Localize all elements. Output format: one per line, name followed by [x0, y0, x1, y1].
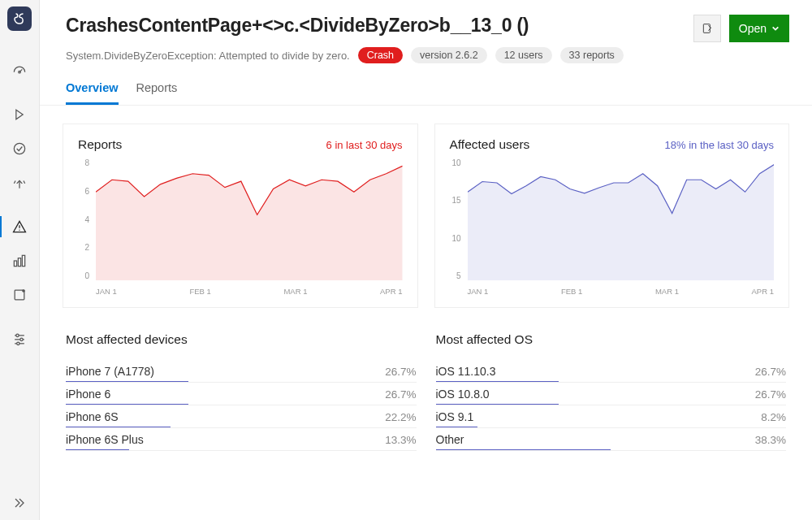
nav-settings[interactable]	[0, 322, 39, 356]
panel-users-title: Affected users	[450, 137, 530, 152]
svg-rect-5	[14, 261, 16, 266]
left-nav-rail	[0, 0, 39, 520]
os-title: Most affected OS	[436, 332, 787, 347]
os-name: Other	[436, 433, 464, 446]
page-title: CrashesContentPage+<>c.<DivideByZero>b__…	[66, 15, 684, 37]
tabs: Overview Reports	[40, 63, 812, 106]
panel-reports: Reports 6 in last 30 days 86420 JAN 1FEB…	[63, 124, 418, 308]
os-pct: 26.7%	[755, 388, 786, 401]
panel-reports-meta: 6 in last 30 days	[326, 139, 403, 151]
os-pct: 38.3%	[755, 434, 786, 446]
exception-subtitle: System.DivideByZeroException: Attempted …	[66, 50, 350, 62]
device-row[interactable]: iPhone 7 (A1778) 26.7%	[66, 360, 417, 383]
os-pct: 26.7%	[755, 366, 786, 378]
device-pct: 13.3%	[385, 434, 416, 446]
svg-marker-1	[16, 110, 23, 119]
svg-point-11	[16, 334, 19, 336]
tab-overview[interactable]: Overview	[66, 81, 119, 105]
svg-point-9	[22, 289, 25, 292]
users-x-axis: JAN 1FEB 1MAR 1APR 1	[468, 287, 775, 296]
main-content: CrashesContentPage+<>c.<DivideByZero>b__…	[39, 0, 812, 520]
os-row[interactable]: iOS 11.10.3 26.7%	[436, 360, 787, 383]
nav-analytics[interactable]	[0, 244, 39, 278]
panel-users-meta: 18% in the last 30 days	[665, 139, 774, 151]
device-name: iPhone 6	[66, 388, 110, 401]
panel-reports-title: Reports	[78, 137, 122, 152]
os-pct: 8.2%	[761, 411, 786, 423]
device-pct: 26.7%	[385, 366, 416, 378]
svg-point-13	[20, 338, 23, 340]
device-row[interactable]: iPhone 6S 22.2%	[66, 405, 417, 428]
device-row[interactable]: iPhone 6 26.7%	[66, 383, 417, 405]
os-name: iOS 11.10.3	[436, 365, 496, 378]
tab-reports[interactable]: Reports	[136, 81, 178, 105]
pill-users: 12 users	[495, 47, 552, 63]
reports-x-axis: JAN 1FEB 1MAR 1APR 1	[96, 287, 403, 296]
users-chart	[468, 158, 775, 280]
nav-collapse[interactable]	[0, 486, 39, 520]
device-pct: 26.7%	[385, 388, 416, 401]
most-affected-os: Most affected OS iOS 11.10.3 26.7% iOS 1…	[436, 332, 787, 451]
device-row[interactable]: iPhone 6S Plus 13.3%	[66, 428, 417, 451]
nav-distribute[interactable]	[0, 98, 39, 132]
os-row[interactable]: Other 38.3%	[436, 428, 787, 451]
device-name: iPhone 6S	[66, 410, 119, 423]
svg-rect-7	[22, 255, 24, 266]
most-affected-devices: Most affected devices iPhone 7 (A1778) 2…	[66, 332, 417, 451]
status-open-label: Open	[739, 22, 767, 35]
reports-chart	[96, 158, 403, 280]
os-row[interactable]: iOS 10.8.0 26.7%	[436, 383, 787, 405]
page-header: CrashesContentPage+<>c.<DivideByZero>b__…	[40, 0, 812, 63]
nav-test[interactable]	[0, 132, 39, 166]
pill-reports: 33 reports	[560, 47, 624, 63]
status-open-button[interactable]: Open	[729, 15, 789, 42]
nav-push[interactable]	[0, 166, 39, 200]
svg-rect-6	[18, 258, 20, 266]
nav-events[interactable]	[0, 278, 39, 312]
devices-title: Most affected devices	[66, 332, 417, 347]
svg-point-4	[19, 230, 19, 231]
os-row[interactable]: iOS 9.1 8.2%	[436, 405, 787, 428]
nav-dashboard[interactable]	[0, 54, 39, 88]
os-name: iOS 10.8.0	[436, 388, 490, 401]
device-name: iPhone 7 (A1778)	[66, 365, 154, 378]
device-name: iPhone 6S Plus	[66, 433, 144, 446]
users-y-axis: 1015105	[450, 158, 468, 280]
pill-crash: Crash	[358, 47, 403, 63]
device-pct: 22.2%	[385, 411, 416, 423]
annotate-button[interactable]	[693, 15, 721, 42]
app-logo[interactable]	[7, 6, 32, 31]
panel-affected-users: Affected users 18% in the last 30 days 1…	[434, 124, 790, 308]
pill-version: version 2.6.2	[411, 47, 487, 63]
svg-point-15	[17, 342, 19, 344]
reports-y-axis: 86420	[78, 158, 96, 280]
svg-point-2	[14, 143, 24, 154]
chevron-down-icon	[771, 24, 780, 32]
nav-crashes[interactable]	[0, 210, 39, 244]
os-name: iOS 9.1	[436, 410, 474, 423]
